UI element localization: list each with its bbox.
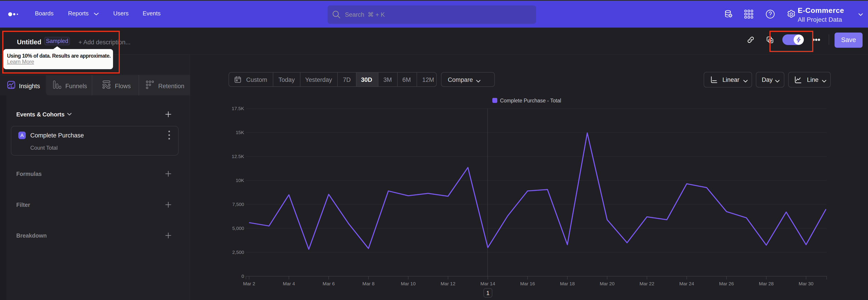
svg-text:Mar 2: Mar 2	[243, 281, 255, 286]
svg-text:15K: 15K	[236, 130, 244, 135]
svg-text:Mar 4: Mar 4	[283, 281, 295, 286]
svg-text:2,500: 2,500	[232, 249, 244, 255]
svg-text:Mar 8: Mar 8	[362, 281, 375, 286]
svg-text:Mar 10: Mar 10	[401, 281, 415, 286]
svg-text:17.5K: 17.5K	[232, 106, 244, 111]
svg-text:Mar 12: Mar 12	[440, 281, 455, 286]
svg-text:7,500: 7,500	[232, 202, 244, 207]
svg-text:5,000: 5,000	[232, 226, 244, 231]
svg-text:Mar 26: Mar 26	[719, 281, 734, 286]
svg-text:Mar 30: Mar 30	[799, 281, 813, 286]
svg-text:Mar 28: Mar 28	[759, 281, 774, 286]
svg-text:Mar 22: Mar 22	[640, 281, 654, 286]
svg-text:10K: 10K	[236, 178, 244, 183]
svg-text:Mar 6: Mar 6	[322, 281, 335, 286]
svg-text:Mar 14: Mar 14	[480, 281, 495, 286]
svg-text:12.5K: 12.5K	[232, 154, 244, 159]
svg-text:Mar 16: Mar 16	[520, 281, 535, 286]
svg-text:Mar 18: Mar 18	[560, 281, 575, 286]
svg-text:0: 0	[241, 274, 244, 279]
svg-text:Mar 20: Mar 20	[600, 281, 614, 286]
svg-text:Mar 24: Mar 24	[679, 281, 694, 286]
